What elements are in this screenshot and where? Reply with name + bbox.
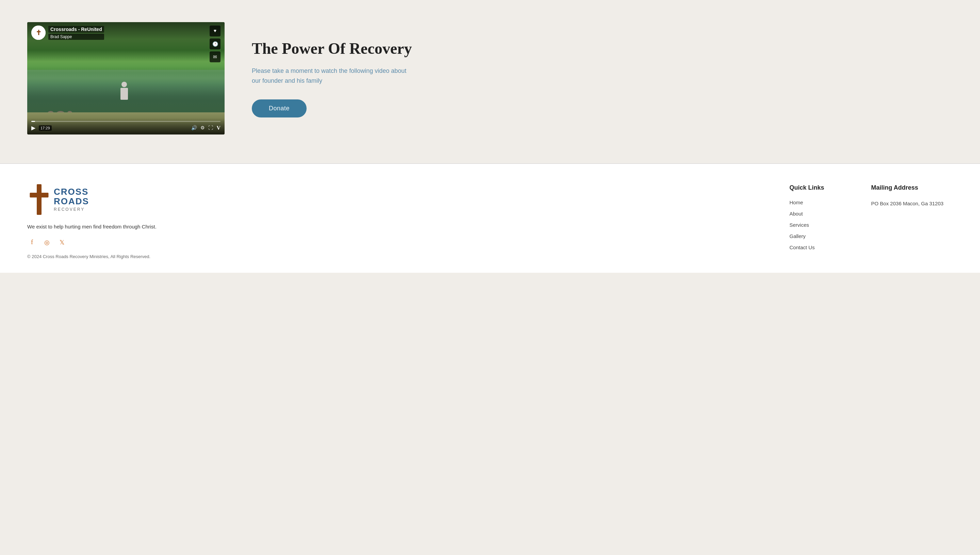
channel-cross-icon: ✝ [36,29,42,37]
rock [48,111,54,115]
video-controls[interactable]: ▶ 17:29 🔊 ⚙ ⛶ V [27,118,225,135]
quick-links-title: Quick Links [790,184,857,191]
logo-cross-wrapper [27,184,51,215]
controls-left: ▶ 17:29 [31,125,52,131]
footer-mailing: Mailing Address PO Box 2036 Macon, Ga 31… [871,184,953,208]
fullscreen-icon[interactable]: ⛶ [208,125,213,131]
twitter-icon[interactable]: 𝕏 [57,237,67,247]
vimeo-icon[interactable]: V [216,125,221,131]
social-icons: f ◎ 𝕏 [27,237,157,247]
channel-text-block: Crossroads - ReUnited Brad Sappe [48,26,104,40]
nav-link-contact[interactable]: Contact Us [790,244,857,250]
clock-button[interactable]: 🕐 [209,38,221,50]
person-head [122,82,127,87]
like-button[interactable]: ♥ [209,26,221,37]
logo-text-block: CROSS ROADS RECOVERY [54,187,89,212]
facebook-icon[interactable]: f [27,237,37,247]
logo-cross-vertical [37,184,42,215]
channel-creator: Brad Sappe [48,34,104,40]
footer-tagline: We exist to help hurting men find freedo… [27,223,157,231]
nav-link-about[interactable]: About [790,211,857,217]
main-title: The Power Of Recovery [252,39,953,58]
logo-text-recovery: RECOVERY [54,207,89,212]
person-body [120,88,128,100]
video-player[interactable]: ✝ Crossroads - ReUnited Brad Sappe ♥ 🕐 ✉ [27,22,225,135]
video-channel-info: ✝ Crossroads - ReUnited Brad Sappe [31,26,104,40]
channel-logo-inner: ✝ [31,26,46,40]
settings-icon[interactable]: ⚙ [200,125,205,131]
donate-button[interactable]: Donate [252,99,307,117]
channel-name: Crossroads - ReUnited [48,26,104,33]
video-side-buttons: ♥ 🕐 ✉ [209,26,221,62]
main-section: ✝ Crossroads - ReUnited Brad Sappe ♥ 🕐 ✉ [0,0,980,164]
play-button[interactable]: ▶ [31,125,35,131]
nav-link-services[interactable]: Services [790,222,857,228]
main-description: Please take a moment to watch the follow… [252,66,415,86]
footer-left: CROSS ROADS RECOVERY We exist to help hu… [27,184,157,259]
nav-link-gallery[interactable]: Gallery [790,233,857,239]
volume-icon[interactable]: 🔊 [191,125,197,131]
footer-quick-links: Quick Links Home About Services Gallery … [790,184,857,256]
progress-fill [31,121,35,122]
video-overlay-top: ✝ Crossroads - ReUnited Brad Sappe ♥ 🕐 ✉ [27,22,225,66]
footer-address: PO Box 2036 Macon, Ga 31203 [871,199,953,208]
controls-row: ▶ 17:29 🔊 ⚙ ⛶ V [31,125,221,131]
progress-bar[interactable] [31,121,221,122]
logo-text-roads: ROADS [54,197,89,206]
rock [67,111,72,114]
channel-logo: ✝ [31,26,46,40]
person-figure [119,82,129,101]
logo-container: CROSS ROADS RECOVERY [27,184,157,215]
footer-copyright: © 2024 Cross Roads Recovery Ministries, … [27,254,157,259]
footer-content: CROSS ROADS RECOVERY We exist to help hu… [27,184,953,259]
nav-link-home[interactable]: Home [790,199,857,205]
share-button[interactable]: ✉ [209,51,221,62]
mailing-title: Mailing Address [871,184,953,191]
rocks [48,111,72,116]
instagram-icon[interactable]: ◎ [42,237,52,247]
rock [56,111,65,116]
content-section: The Power Of Recovery Please take a mome… [252,39,953,117]
controls-right: 🔊 ⚙ ⛶ V [191,125,221,131]
time-badge: 17:29 [39,125,52,131]
logo-text-cross: CROSS [54,187,89,196]
footer: CROSS ROADS RECOVERY We exist to help hu… [0,164,980,273]
logo-cross-horizontal [30,193,49,197]
